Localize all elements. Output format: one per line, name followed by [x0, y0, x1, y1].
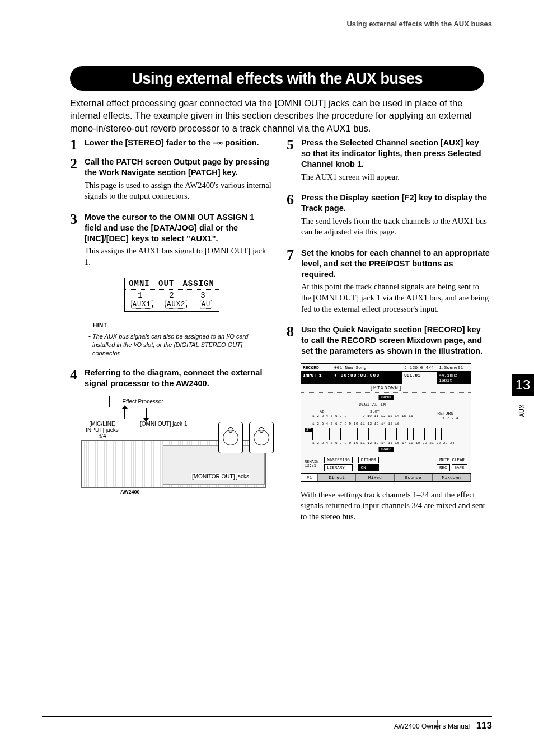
diagram-omni-label: [OMNI OUT] jack 1 — [140, 421, 187, 439]
chapter-number: 13 — [512, 374, 534, 396]
arrow-down-icon — [146, 408, 147, 419]
ss-remain: REMAIN 13:31 — [305, 460, 318, 468]
ss-record-label: RECORD — [301, 364, 332, 371]
closing-paragraph: With these settings track channels 1–24 … — [301, 490, 490, 523]
ss-safe-button: SAFE — [452, 464, 467, 471]
manual-title: AW2400 Owner's Manual — [394, 722, 470, 730]
step-number: 8 — [287, 325, 297, 359]
ss-ad-channel-nums: 1 2 3 4 5 6 7 8 — [312, 414, 347, 418]
section-heading-pill: Using external effects with the AUX buse… — [70, 66, 484, 91]
step-description: The send levels from the track channels … — [301, 216, 490, 238]
ss-ad-label: AD — [318, 410, 326, 414]
step-title: Use the Quick Navigate section [RECORD] … — [301, 325, 490, 356]
step-number: 6 — [287, 192, 297, 243]
ss-track-channel-nums: 1 2 3 4 5 6 7 8 9 10 11 12 13 14 15 16 1… — [312, 441, 455, 445]
ss-song-name: 001_New_Song — [332, 364, 402, 371]
lcd-omni-assign: OMNI OUT ASSIGN 1 2 3 AUX1 AUX2 AU — [124, 278, 219, 312]
diagram-monitor-label: [MONITOR OUT] jacks — [191, 473, 250, 480]
ss-bars: 001.01 — [402, 372, 437, 384]
ss-routing-lines — [312, 428, 460, 440]
hint-badge: HINT — [87, 321, 113, 330]
ss-return-label: RETURN — [435, 411, 455, 416]
step-number: 2 — [70, 157, 80, 208]
diagram-device-label: AW2400 — [120, 489, 273, 495]
ss-remain-time: 13:31 — [305, 464, 318, 468]
lcd-num: 1 — [138, 291, 142, 300]
left-column: 1 Lower the [STEREO] fader to the –∞ pos… — [70, 138, 273, 528]
lcd-header-row: OMNI OUT ASSIGN — [125, 278, 219, 290]
ss-digital-in-label: DIGITAL IN — [357, 402, 387, 407]
ss-mixdown-text: MIXDOWN — [373, 386, 399, 391]
ss-dither-button: DITHER — [358, 457, 379, 463]
diagram-arrows — [112, 408, 174, 420]
ss-rec-button: REC — [437, 464, 450, 471]
ss-tab-row: F1 Direct Mixed Bounce Mixdown — [301, 474, 471, 481]
step-number: 5 — [287, 138, 297, 188]
right-column: 5 Press the Selected Channel section [AU… — [287, 138, 490, 528]
two-column-body: 1 Lower the [STEREO] fader to the –∞ pos… — [70, 138, 495, 528]
step-number: 3 — [70, 212, 80, 274]
step-1: 1 Lower the [STEREO] fader to the –∞ pos… — [70, 138, 273, 152]
diagram-mic-label: [MIC/LINE INPUT] jacks 3/4 — [81, 421, 123, 439]
lcd-header-cell: OUT — [158, 279, 174, 288]
step-number: 4 — [70, 368, 80, 391]
lcd-value-row: AUX1 AUX2 AU — [125, 300, 219, 311]
lcd-value: AUX2 — [165, 300, 187, 309]
diagram-effect-processor: Effect Processor — [109, 396, 176, 407]
step-6: 6 Press the Display section [F2] key to … — [287, 192, 490, 243]
footer-rule — [42, 716, 492, 717]
lcd-num: 2 — [169, 291, 174, 300]
lcd-num: 3 — [200, 291, 205, 300]
intro-paragraph: External effect processing gear connecte… — [70, 97, 484, 134]
ss-mute-clear-button: MUTE CLEAR — [437, 457, 467, 463]
ss-tempo: J=120.0 4/4 — [402, 364, 437, 371]
speaker-icon — [218, 422, 243, 453]
record-screen-screenshot: RECORD 001_New_Song J=120.0 4/4 1.Scene0… — [301, 363, 471, 482]
page-footer: AW2400 Owner's Manual 113 — [394, 720, 492, 731]
chapter-tab: 13 AUX — [509, 374, 534, 414]
lcd-header-cell: ASSIGN — [182, 279, 214, 288]
chapter-label: AUX — [518, 398, 525, 423]
ss-on-button: ON — [358, 464, 379, 471]
ss-tab-mixed: Mixed — [356, 474, 394, 481]
step-2: 2 Call the PATCH screen Output page by p… — [70, 157, 273, 208]
ss-samplerate: 44.1kHz 16bit — [437, 372, 471, 384]
step-description: At this point the track channel signals … — [301, 281, 490, 314]
step-title: Press the Selected Channel section [AUX]… — [301, 138, 490, 170]
ss-library-button: LIBRARY — [324, 464, 353, 471]
ss-titlebar: RECORD 001_New_Song J=120.0 4/4 1.Scene0… — [301, 364, 471, 372]
ss-slot-channel-nums: 9 10 11 12 13 14 15 16 — [363, 414, 413, 418]
step-3: 3 Move the cursor to the OMNI OUT ASSIGN… — [70, 212, 273, 274]
step-title: Set the knobs for each channel to an app… — [301, 248, 490, 280]
lcd-number-row: 1 2 3 — [125, 290, 219, 300]
step-number: 7 — [287, 248, 297, 320]
ss-mastering-button: MASTERING — [324, 457, 353, 463]
ss-timecode: ● 00:00:00.000 — [332, 372, 402, 384]
arrow-up-icon — [124, 408, 125, 419]
ss-tab-f1: F1 — [301, 474, 318, 481]
section-heading: Using external effects with the AUX buse… — [132, 69, 422, 88]
running-header: Using external effects with the AUX buse… — [346, 20, 492, 28]
lcd-value: AUX1 — [131, 300, 153, 309]
ss-input-section-label: INPUT — [378, 395, 394, 400]
ss-input-channel-nums: 1 2 3 4 5 6 7 8 9 10 11 12 13 14 15 16 — [312, 422, 400, 426]
ss-tab-direct: Direct — [318, 474, 356, 481]
step-7: 7 Set the knobs for each channel to an a… — [287, 248, 490, 320]
ss-tab-bounce: Bounce — [395, 474, 433, 481]
ss-routing-diagram: INPUT DIGITAL IN AD SLOT RETURN ST TRACK… — [301, 393, 471, 454]
step-title: Lower the [STEREO] fader to the –∞ posit… — [85, 138, 273, 148]
connection-diagram: Effect Processor [MIC/LINE INPUT] jacks … — [81, 396, 273, 495]
step-description: This page is used to assign the AW2400's… — [85, 180, 273, 202]
step-8: 8 Use the Quick Navigate section [RECORD… — [287, 325, 490, 359]
ss-input-label: INPUT 1 — [301, 372, 332, 384]
ss-button-row: REMAIN 13:31 MASTERING LIBRARY DITHER ON… — [301, 454, 471, 474]
lcd-header-cell: OMNI — [129, 279, 150, 288]
lcd-value: AU — [200, 300, 212, 309]
ss-mixdown-header: [MIXDOWN] — [301, 384, 471, 393]
step-description: This assigns the AUX1 bus signal to [OMN… — [85, 246, 273, 267]
step-number: 1 — [70, 138, 80, 152]
page-number: 113 — [476, 720, 492, 731]
step-description: The AUX1 screen will appear. — [301, 172, 490, 183]
step-title: Referring to the diagram, connect the ex… — [85, 368, 273, 389]
step-5: 5 Press the Selected Channel section [AU… — [287, 138, 490, 188]
